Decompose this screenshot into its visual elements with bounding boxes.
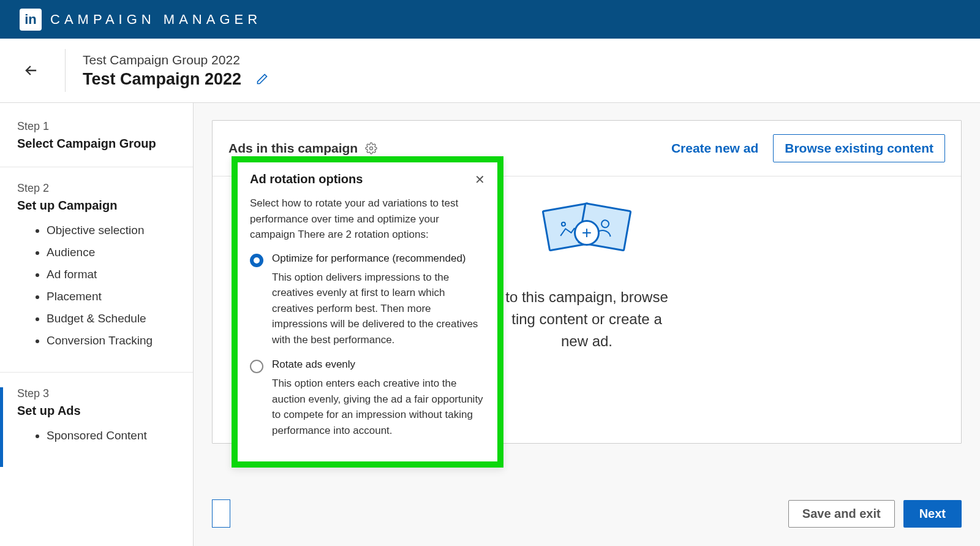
step-number: Step 3 <box>17 387 176 400</box>
sidebar-item-placement[interactable]: Placement <box>47 290 176 303</box>
svg-point-2 <box>601 219 609 228</box>
back-arrow-icon[interactable] <box>22 61 40 80</box>
create-new-ad-link[interactable]: Create new ad <box>671 141 758 156</box>
close-icon[interactable]: ✕ <box>475 172 485 187</box>
radio-option-rotate-evenly[interactable]: Rotate ads evenly This option enters eac… <box>250 358 485 438</box>
sidebar-item-audience[interactable]: Audience <box>47 246 176 259</box>
panel-title: Ads in this campaign <box>228 141 358 156</box>
radio-selected-icon[interactable] <box>250 254 263 267</box>
sidebar-item-objective[interactable]: Objective selection <box>47 224 176 237</box>
radio-description: This option delivers impressions to the … <box>272 270 485 348</box>
footer-left-box <box>212 499 230 528</box>
svg-point-0 <box>370 147 373 150</box>
campaign-group-name: Test Campaign Group 2022 <box>83 53 268 67</box>
step-title: Select Campaign Group <box>17 137 176 151</box>
breadcrumb: Test Campaign Group 2022 Test Campaign 2… <box>83 53 268 89</box>
campaign-name: Test Campaign 2022 <box>83 70 241 89</box>
save-and-exit-button[interactable]: Save and exit <box>788 500 895 528</box>
sub-header: Test Campaign Group 2022 Test Campaign 2… <box>0 39 980 103</box>
radio-label: Optimize for performance (recommended) <box>272 252 485 265</box>
sidebar-step-1[interactable]: Step 1 Select Campaign Group <box>0 120 193 167</box>
sidebar-item-sponsored-content[interactable]: Sponsored Content <box>47 429 176 442</box>
gear-icon[interactable] <box>365 142 377 154</box>
app-title: CAMPAIGN MANAGER <box>50 12 262 28</box>
browse-existing-button[interactable]: Browse existing content <box>773 134 945 162</box>
top-banner: in CAMPAIGN MANAGER <box>0 0 980 39</box>
footer-buttons: Save and exit Next <box>788 500 962 528</box>
pencil-icon[interactable] <box>256 73 268 85</box>
popover-description: Select how to rotate your ad variations … <box>250 195 485 243</box>
divider <box>65 49 66 92</box>
step-title: Set up Ads <box>17 404 176 418</box>
ad-rotation-popover: Ad rotation options ✕ Select how to rota… <box>232 156 503 468</box>
sidebar: Step 1 Select Campaign Group Step 2 Set … <box>0 103 194 546</box>
next-button[interactable]: Next <box>903 500 962 528</box>
step-number: Step 1 <box>17 120 176 133</box>
sidebar-item-conversion[interactable]: Conversion Tracking <box>47 334 176 347</box>
linkedin-logo-icon: in <box>20 9 42 31</box>
sidebar-item-ad-format[interactable]: Ad format <box>47 268 176 281</box>
plus-circle-icon: + <box>574 220 600 246</box>
step-title: Set up Campaign <box>17 199 176 213</box>
radio-unselected-icon[interactable] <box>250 360 263 373</box>
sidebar-item-budget[interactable]: Budget & Schedule <box>47 312 176 325</box>
popover-title: Ad rotation options <box>250 172 363 186</box>
sidebar-step-3[interactable]: Step 3 Set up Ads Sponsored Content <box>0 387 193 467</box>
radio-option-optimize[interactable]: Optimize for performance (recommended) T… <box>250 252 485 348</box>
radio-description: This option enters each creative into th… <box>272 376 485 438</box>
radio-label: Rotate ads evenly <box>272 358 485 371</box>
sidebar-step-2[interactable]: Step 2 Set up Campaign Objective selecti… <box>0 182 193 373</box>
step-number: Step 2 <box>17 182 176 195</box>
svg-point-1 <box>561 222 565 226</box>
